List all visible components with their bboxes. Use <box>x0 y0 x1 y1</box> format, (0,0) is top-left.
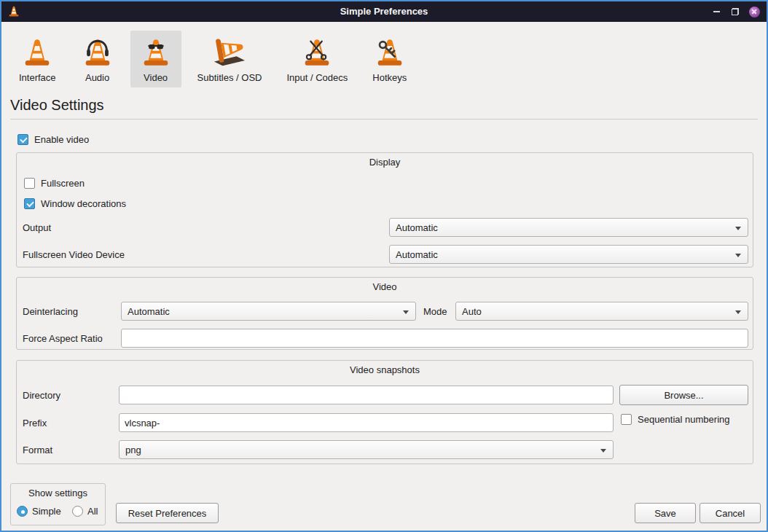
format-select[interactable]: png <box>119 440 614 459</box>
format-select-value: png <box>125 445 141 455</box>
category-toolbar: Interface Audio Video <box>10 31 415 87</box>
sequential-numbering-checkbox[interactable]: Sequential numbering <box>621 414 729 425</box>
sequential-numbering-label: Sequential numbering <box>638 414 729 425</box>
mode-label: Mode <box>423 306 447 317</box>
checkbox-checked-icon <box>24 198 35 209</box>
deinterlacing-select-value: Automatic <box>128 306 170 317</box>
chevron-down-icon <box>735 227 741 230</box>
directory-input[interactable] <box>119 386 614 404</box>
toolbar-item-hotkeys[interactable]: Hotkeys <box>364 31 415 87</box>
minimize-button[interactable] <box>710 5 723 18</box>
browse-button[interactable]: Browse... <box>619 385 748 405</box>
mode-select-value: Auto <box>462 306 482 317</box>
video-snapshots-group-title: Video snapshots <box>17 364 753 375</box>
show-settings-title: Show settings <box>11 488 105 498</box>
mode-select[interactable]: Auto <box>455 302 748 321</box>
cancel-button[interactable]: Cancel <box>700 503 761 523</box>
toolbar-item-audio[interactable]: Audio <box>72 31 123 87</box>
fullscreen-video-device-select-value: Automatic <box>396 249 438 260</box>
video-icon <box>139 36 173 70</box>
heading-divider <box>10 119 758 120</box>
force-aspect-ratio-label: Force Aspect Ratio <box>23 333 103 344</box>
all-radio-label: All <box>87 506 98 517</box>
hotkeys-icon <box>373 36 407 70</box>
fullscreen-video-device-label: Fullscreen Video Device <box>23 249 125 260</box>
show-settings-simple-radio[interactable]: Simple <box>17 506 61 517</box>
fullscreen-label: Fullscreen <box>41 178 85 189</box>
deinterlacing-select[interactable]: Automatic <box>121 302 416 321</box>
toolbar-item-interface[interactable]: Interface <box>10 31 65 87</box>
toolbar-item-input-codecs[interactable]: Input / Codecs <box>278 31 356 87</box>
chevron-down-icon <box>600 449 606 453</box>
audio-icon <box>81 36 114 70</box>
page-title: Video Settings <box>10 97 104 114</box>
checkbox-unchecked-icon <box>24 178 35 189</box>
show-settings-group: Show settings Simple All <box>10 483 106 525</box>
input-codecs-icon <box>300 36 334 70</box>
output-label: Output <box>23 222 51 233</box>
chevron-down-icon <box>735 254 741 257</box>
toolbar-item-subtitles-osd[interactable]: Subtitles / OSD <box>189 31 271 87</box>
checkbox-unchecked-icon <box>621 414 632 425</box>
prefix-label: Prefix <box>23 418 47 429</box>
toolbar-item-label: Subtitles / OSD <box>197 72 262 83</box>
toolbar-item-label: Audio <box>85 72 109 83</box>
window-decorations-label: Window decorations <box>41 198 126 209</box>
restore-button[interactable] <box>729 5 742 18</box>
chevron-down-icon <box>403 310 409 314</box>
directory-label: Directory <box>23 390 60 401</box>
chevron-down-icon <box>735 310 741 314</box>
radio-unselected-icon <box>72 506 83 517</box>
minimize-icon <box>713 11 720 12</box>
interface-icon <box>20 36 54 70</box>
subtitles-osd-icon <box>213 36 246 70</box>
restore-icon <box>732 8 739 15</box>
show-settings-all-radio[interactable]: All <box>72 506 98 517</box>
radio-selected-icon <box>17 506 28 517</box>
enable-video-label: Enable video <box>34 134 89 145</box>
display-group-title: Display <box>17 157 753 168</box>
output-select-value: Automatic <box>396 222 438 233</box>
checkbox-checked-icon <box>17 134 28 145</box>
video-snapshots-group: Video snapshots Directory Browse... Pref… <box>16 360 753 464</box>
simple-radio-label: Simple <box>32 506 61 517</box>
deinterlacing-label: Deinterlacing <box>23 306 78 317</box>
force-aspect-ratio-input[interactable] <box>121 329 748 348</box>
display-group: Display Fullscreen Window decorations Ou… <box>16 152 753 267</box>
format-label: Format <box>23 445 52 455</box>
toolbar-item-video[interactable]: Video <box>130 31 181 87</box>
window-decorations-checkbox[interactable]: Window decorations <box>24 198 126 209</box>
save-button[interactable]: Save <box>635 503 696 523</box>
fullscreen-video-device-select[interactable]: Automatic <box>389 245 748 264</box>
reset-preferences-button[interactable]: Reset Preferences <box>116 503 219 523</box>
video-group: Video Deinterlacing Automatic Mode Auto … <box>16 277 753 350</box>
video-group-title: Video <box>17 281 753 292</box>
window-controls <box>710 1 761 22</box>
toolbar-item-label: Input / Codecs <box>286 72 348 83</box>
toolbar-item-label: Interface <box>19 72 56 83</box>
close-button[interactable] <box>748 5 761 18</box>
prefix-input[interactable] <box>119 413 614 432</box>
preferences-window: Simple Preferences Interface Audio <box>0 0 768 532</box>
toolbar-item-label: Hotkeys <box>372 72 407 83</box>
output-select[interactable]: Automatic <box>389 218 748 237</box>
close-icon <box>749 7 760 17</box>
window-title: Simple Preferences <box>1 6 767 17</box>
enable-video-checkbox[interactable]: Enable video <box>17 134 89 145</box>
titlebar: Simple Preferences <box>1 1 767 22</box>
fullscreen-checkbox[interactable]: Fullscreen <box>24 178 85 189</box>
toolbar-item-label: Video <box>144 72 168 83</box>
